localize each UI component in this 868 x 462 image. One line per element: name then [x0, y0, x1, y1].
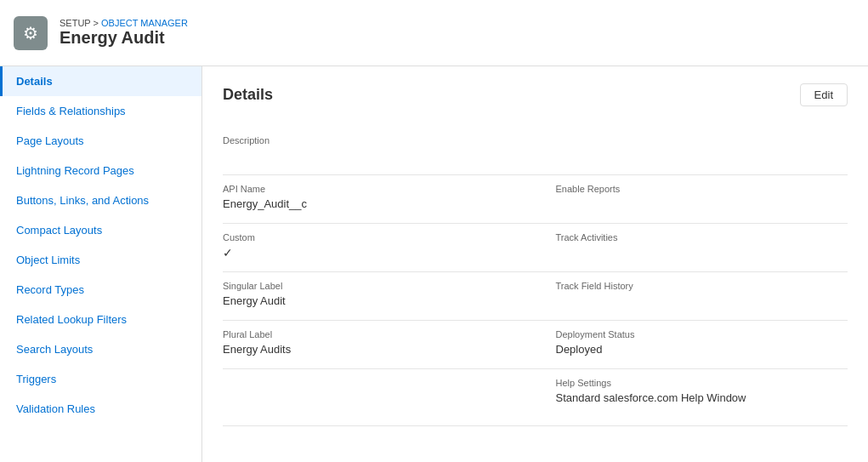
app-body: Details Fields & Relationships Page Layo…	[0, 66, 868, 462]
object-icon: ⚙	[14, 16, 48, 50]
custom-field: Custom ✓	[223, 224, 536, 272]
details-grid: Description API Name Energy_Audit__c Ena…	[223, 127, 848, 426]
sidebar-item-triggers[interactable]: Triggers	[0, 364, 201, 394]
sidebar-item-page-layouts[interactable]: Page Layouts	[0, 126, 201, 156]
empty-left-field	[223, 369, 536, 417]
track-field-history-label: Track Field History	[556, 281, 848, 291]
singular-label-label: Singular Label	[223, 281, 515, 291]
sidebar-item-buttons-links-actions[interactable]: Buttons, Links, and Actions	[0, 185, 201, 215]
enable-reports-value	[556, 197, 848, 214]
sidebar-item-lightning-record-pages[interactable]: Lightning Record Pages	[0, 156, 201, 185]
track-field-history-value	[556, 294, 848, 311]
track-activities-value	[556, 246, 848, 263]
bottom-divider	[223, 425, 848, 426]
api-name-label: API Name	[223, 184, 515, 194]
singular-label-field: Singular Label Energy Audit	[223, 272, 536, 321]
custom-label: Custom	[223, 232, 515, 242]
description-label: Description	[223, 135, 848, 145]
singular-label-value: Energy Audit	[223, 294, 515, 311]
enable-reports-label: Enable Reports	[556, 184, 848, 194]
breadcrumb-setup: SETUP	[60, 18, 90, 28]
header-text-block: SETUP > OBJECT MANAGER Energy Audit	[60, 18, 188, 48]
deployment-status-value: Deployed	[556, 343, 848, 360]
enable-reports-field: Enable Reports	[536, 175, 848, 224]
main-header: Details Edit	[223, 83, 848, 106]
sidebar-item-related-lookup-filters[interactable]: Related Lookup Filters	[0, 305, 201, 334]
description-value	[223, 149, 848, 166]
help-settings-value: Standard salesforce.com Help Window	[556, 391, 848, 408]
breadcrumb-object-manager[interactable]: OBJECT MANAGER	[101, 18, 188, 28]
plural-label-field: Plural Label Energy Audits	[223, 321, 536, 369]
main-title: Details	[223, 86, 273, 104]
track-field-history-field: Track Field History	[536, 272, 848, 321]
main-content: Details Edit Description API Name Energy…	[202, 66, 868, 462]
help-settings-label: Help Settings	[556, 378, 848, 388]
api-name-value: Energy_Audit__c	[223, 197, 515, 214]
page-title: Energy Audit	[60, 28, 188, 48]
sidebar-item-details[interactable]: Details	[0, 66, 201, 96]
breadcrumb-separator: >	[94, 18, 101, 28]
edit-button[interactable]: Edit	[800, 83, 848, 106]
breadcrumb: SETUP > OBJECT MANAGER	[60, 18, 188, 28]
sidebar-item-validation-rules[interactable]: Validation Rules	[0, 394, 201, 424]
sidebar: Details Fields & Relationships Page Layo…	[0, 66, 202, 462]
sidebar-item-record-types[interactable]: Record Types	[0, 275, 201, 305]
sidebar-item-compact-layouts[interactable]: Compact Layouts	[0, 215, 201, 245]
deployment-status-label: Deployment Status	[556, 329, 848, 339]
track-activities-label: Track Activities	[556, 232, 848, 242]
custom-checkmark: ✓	[223, 246, 515, 263]
sidebar-item-search-layouts[interactable]: Search Layouts	[0, 334, 201, 364]
plural-label-label: Plural Label	[223, 329, 515, 339]
page-header: ⚙ SETUP > OBJECT MANAGER Energy Audit	[0, 0, 868, 66]
sidebar-item-object-limits[interactable]: Object Limits	[0, 245, 201, 275]
api-name-field: API Name Energy_Audit__c	[223, 175, 536, 224]
deployment-status-field: Deployment Status Deployed	[536, 321, 848, 369]
help-settings-field: Help Settings Standard salesforce.com He…	[536, 369, 848, 417]
sidebar-item-fields-relationships[interactable]: Fields & Relationships	[0, 96, 201, 126]
track-activities-field: Track Activities	[536, 224, 848, 272]
plural-label-value: Energy Audits	[223, 343, 515, 360]
description-field: Description	[223, 127, 848, 175]
